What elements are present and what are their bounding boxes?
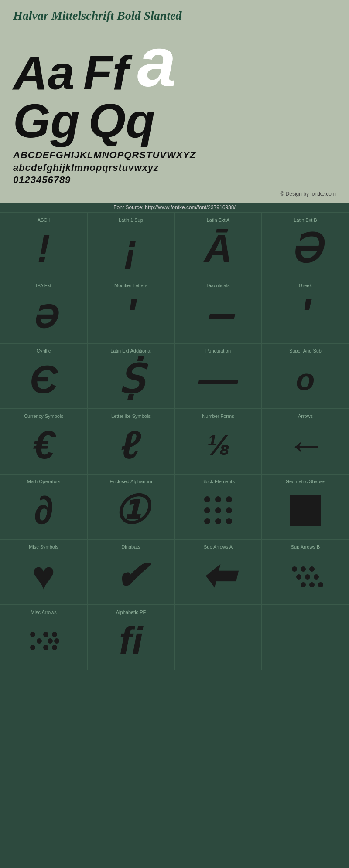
glyph-char-latinextb: Ə (290, 227, 321, 271)
glyph-label-misc: Misc Symbols (29, 544, 58, 549)
glyph-cell-latinexta: Latin Ext A Ā (174, 213, 262, 278)
glyph-label-diacriticals: Diacriticals (206, 283, 229, 288)
glyph-label-latinextb: Latin Ext B (294, 217, 317, 223)
svg-point-23 (48, 638, 53, 644)
specimen-aa: Aa (13, 49, 75, 97)
specimen-big-letters: Aa Ff a Gg Qq (13, 27, 336, 145)
glyph-char-letterlike: ℓ (121, 423, 141, 467)
glyph-cell-suparrowa: Sup Arrows A ⬅ (174, 539, 262, 605)
specimen-qq: Qq (89, 97, 155, 145)
glyph-label-latinextadd: Latin Ext Additional (110, 348, 151, 353)
glyph-cell-enclosed: Enclosed Alphanum ① (87, 474, 174, 539)
glyph-label-dingbats: Dingbats (121, 544, 140, 549)
glyph-char-punctuation: — (198, 358, 238, 402)
glyph-label-suparrowa: Sup Arrows A (204, 544, 233, 549)
glyph-label-currency: Currency Symbols (24, 414, 63, 419)
svg-point-10 (292, 566, 297, 572)
svg-point-14 (305, 574, 310, 580)
svg-point-5 (226, 507, 232, 513)
glyph-char-alphabeticpf: ﬁ (119, 619, 143, 663)
glyph-label-miscarrows: Misc Arrows (31, 610, 56, 615)
glyph-char-latinextadd: Ṩ (119, 358, 144, 402)
copyright: © Design by fontke.com (13, 189, 336, 198)
svg-point-22 (43, 645, 48, 650)
glyph-char-misc: ♥ (32, 554, 55, 598)
svg-point-8 (226, 518, 232, 524)
glyph-char-ascii: ! (37, 227, 50, 271)
glyph-char-arrows: ← (286, 423, 325, 467)
svg-point-24 (43, 632, 48, 637)
glyph-cell-geoshapes: Geometric Shapes (262, 474, 349, 539)
svg-point-19 (30, 645, 35, 650)
glyph-label-cyrillic: Cyrillic (37, 348, 51, 353)
svg-point-20 (37, 638, 42, 644)
glyph-svg-suparrowb (286, 554, 325, 598)
glyph-cell-punctuation: Punctuation — (174, 343, 262, 409)
svg-point-13 (296, 574, 301, 580)
top-banner: Halvar Mittelschrift Bold Slanted Aa Ff … (0, 0, 349, 203)
svg-point-4 (215, 507, 221, 513)
glyph-cell-latin1sup: Latin 1 Sup ¡ (87, 213, 174, 278)
glyph-label-punctuation: Punctuation (205, 348, 231, 353)
glyph-cell-block: Block Elements (174, 474, 262, 539)
glyph-label-ipaext: IPA Ext (36, 283, 51, 288)
glyph-cell-currency: Currency Symbols € (0, 409, 87, 474)
glyph-label-alphabeticpf: Alphabetic PF (116, 610, 146, 615)
glyph-char-dingbats: ✔ (115, 554, 147, 598)
glyph-label-geoshapes: Geometric Shapes (285, 479, 325, 484)
svg-point-3 (204, 507, 210, 513)
glyph-char-currency: € (33, 423, 55, 467)
specimen-a-white: a (137, 27, 176, 97)
glyph-svg-miscarrows (26, 619, 61, 663)
glyph-cell-alphabeticpf: Alphabetic PF ﬁ (87, 605, 174, 670)
glyph-char-numberforms: ⅛ (206, 423, 230, 467)
svg-point-6 (204, 518, 210, 524)
specimen-gg: Gg (13, 97, 80, 145)
glyph-cell-misc: Misc Symbols ♥ (0, 539, 87, 605)
glyph-cell-modletters: Modifier Letters ' (87, 278, 174, 343)
glyph-label-block: Block Elements (202, 479, 235, 484)
alphabet-upper: ABCDEFGHIJKLMNOPQRSTUVWXYZ (13, 149, 336, 162)
glyph-char-cyrillic: Є (30, 358, 58, 402)
glyph-char-latin1sup: ¡ (124, 227, 137, 271)
glyph-char-latinexta: Ā (204, 227, 233, 271)
glyph-cell-mathop: Math Operators ∂ (0, 474, 87, 539)
glyph-cell-superandsub: Super And Sub o (262, 343, 349, 409)
glyph-char-superandsub: o (296, 358, 315, 402)
svg-point-0 (204, 496, 210, 502)
svg-point-17 (309, 582, 315, 587)
svg-point-16 (301, 582, 306, 587)
glyph-cell-cyrillic: Cyrillic Є (0, 343, 87, 409)
glyph-label-ascii: ASCII (38, 217, 50, 223)
svg-point-7 (215, 518, 221, 524)
glyph-cell-greek: Greek ' (262, 278, 349, 343)
glyph-cell-empty2 (262, 605, 349, 670)
svg-point-11 (301, 566, 306, 572)
svg-point-15 (314, 574, 319, 580)
font-title: Halvar Mittelschrift Bold Slanted (13, 9, 336, 23)
glyph-cell-empty1 (174, 605, 262, 670)
glyph-label-arrows: Arrows (298, 414, 313, 419)
glyph-cell-latinextb: Latin Ext B Ə (262, 213, 349, 278)
specimen-ff: Ff (83, 49, 129, 97)
glyph-char-enclosed: ① (113, 488, 149, 532)
svg-point-12 (309, 566, 315, 572)
source-bar: Font Source: http://www.fontke.com/font/… (0, 203, 349, 213)
glyph-label-suparrowb: Sup Arrows B (291, 544, 320, 549)
glyph-label-mathop: Math Operators (27, 479, 60, 484)
svg-point-26 (54, 638, 59, 644)
digits: 0123456789 (13, 174, 336, 186)
svg-point-18 (318, 582, 323, 587)
glyph-label-latin1sup: Latin 1 Sup (119, 217, 143, 223)
svg-point-25 (52, 645, 57, 650)
alphabet-lower: abcdefghijklmnopqrstuvwxyz (13, 162, 336, 174)
alphabet-section: ABCDEFGHIJKLMNOPQRSTUVWXYZ abcdefghijklm… (13, 145, 336, 189)
glyph-cell-arrows: Arrows ← (262, 409, 349, 474)
glyph-label-numberforms: Number Forms (202, 414, 234, 419)
glyph-cell-suparrowb: Sup Arrows B (262, 539, 349, 605)
svg-point-27 (52, 632, 57, 637)
svg-point-2 (226, 496, 232, 502)
svg-point-21 (30, 632, 35, 637)
glyph-char-diacriticals: ‒ (204, 292, 232, 336)
glyph-label-letterlike: Letterlike Symbols (111, 414, 151, 419)
